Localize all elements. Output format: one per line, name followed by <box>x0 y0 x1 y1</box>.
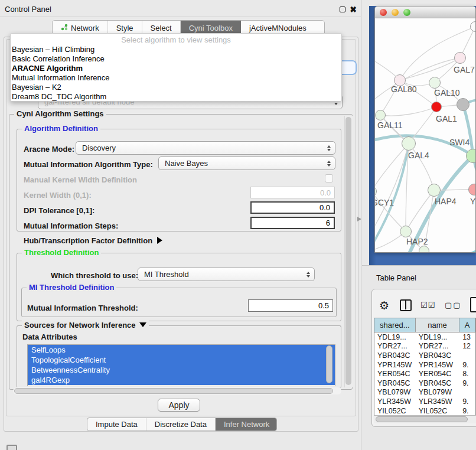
network-canvas[interactable]: GAL7GAL80GAL10GAL1GAL11SWI4GAL4GCY1HAP4Y… <box>375 18 476 253</box>
cell-value: 9. <box>459 406 475 415</box>
gear-icon[interactable]: ⚙ <box>379 299 389 312</box>
table-row[interactable]: YBR045C YBR045C 9. <box>374 379 475 388</box>
which-threshold-combobox[interactable]: MI Threshold <box>138 268 315 281</box>
table-row[interactable]: YDR27... YDR27... 12 <box>374 342 475 351</box>
network-node-label: GCY1 <box>375 198 394 207</box>
cell-value: 8. <box>459 369 475 379</box>
mi-type-combobox[interactable]: Naive Bayes <box>158 156 335 170</box>
control-panel: Control Panel ✖ Network Style <box>0 0 361 450</box>
cell-name: YBL079W <box>416 388 459 397</box>
minimize-window-icon[interactable] <box>392 9 399 16</box>
dpi-tolerance-label: DPI Tolerance [0,1]: <box>24 206 94 215</box>
network-node[interactable] <box>457 98 470 111</box>
close-icon[interactable]: ✖ <box>350 6 357 12</box>
hub-definition-toggle[interactable]: Hub/Transcription Factor Definition <box>24 236 162 245</box>
algorithm-dropdown-item[interactable]: ARACNE Algorithm <box>11 64 341 73</box>
algorithm-dropdown-item[interactable]: Dream8 DC_TDC Algorithm <box>11 92 341 102</box>
new-table-icon[interactable] <box>470 297 476 312</box>
algorithm-dropdown-item[interactable]: Bayesian – Hill Climbing <box>11 45 341 54</box>
network-view-window[interactable]: GAL7GAL80GAL10GAL1GAL11SWI4GAL4GCY1HAP4Y… <box>374 6 476 253</box>
network-node-label: SWI4 <box>449 138 470 147</box>
column-layout-icon[interactable] <box>400 299 412 311</box>
algorithm-definition-title: Algorithm Definition <box>22 124 100 133</box>
cell-name: YBR045C <box>416 379 459 388</box>
sources-group-title[interactable]: Sources for Network Inference <box>22 321 149 330</box>
network-node-label: GAL7 <box>454 65 475 74</box>
kernel-width-label: Kernel Width (0,1): <box>24 191 92 200</box>
column-header-shared-name[interactable]: shared... <box>374 318 416 332</box>
bottom-tab[interactable]: Infer Network <box>216 418 277 431</box>
settings-horizontal-scrollbar-thumb[interactable] <box>14 388 333 394</box>
list-item[interactable]: SelfLoops <box>28 345 335 355</box>
list-item[interactable]: gal4RGexp <box>28 375 335 385</box>
settings-vertical-scrollbar-thumb[interactable] <box>345 117 351 385</box>
tab-label: jActiveMNodules <box>249 24 307 32</box>
table-row[interactable]: YIL052C YIL052C 9. <box>374 406 475 415</box>
network-icon <box>61 24 68 32</box>
manual-kernel-checkbox[interactable] <box>325 174 333 182</box>
bottom-tab[interactable]: Discretize Data <box>146 418 216 431</box>
network-node[interactable] <box>375 110 386 120</box>
column-header-partial[interactable]: A <box>459 318 475 332</box>
cell-value: 12 <box>459 342 475 351</box>
dpi-tolerance-field[interactable]: 0.0 <box>250 201 335 214</box>
table-row[interactable]: YPR145W YPR145W 9. <box>374 360 475 370</box>
algorithm-dropdown-item[interactable]: Bayesian – K2 <box>11 83 341 92</box>
table-row[interactable]: YLR345W YLR345W 9. <box>374 397 475 406</box>
network-node[interactable] <box>402 136 416 151</box>
tab-label: Network <box>71 24 99 32</box>
network-node[interactable] <box>466 149 476 163</box>
collapse-arrow-icon <box>139 322 146 327</box>
cell-name: YDR27... <box>416 342 459 351</box>
network-node-label: HAP2 <box>406 237 428 246</box>
network-node[interactable] <box>375 186 377 197</box>
mi-steps-field[interactable]: 6 <box>250 217 335 229</box>
mouse-cursor <box>357 217 361 221</box>
attribute-name: gal4RGexp <box>31 376 70 384</box>
close-window-icon[interactable] <box>380 9 387 16</box>
network-node[interactable] <box>400 226 412 237</box>
algorithm-name: ARACNE Algorithm <box>12 64 83 73</box>
table-row[interactable]: YBL079W YBL079W <box>374 388 475 397</box>
algorithm-dropdown-item[interactable]: Basic Correlation Inference <box>11 54 341 64</box>
table-row[interactable]: YER054C YER054C 8. <box>374 369 475 379</box>
list-item[interactable]: TopologicalCoefficient <box>28 355 335 365</box>
docked-panel-icon[interactable] <box>6 445 17 450</box>
table-horizontal-scrollbar-thumb[interactable] <box>376 416 468 422</box>
algorithm-name: Bayesian – K2 <box>12 83 61 92</box>
network-nodes: GAL7GAL80GAL10GAL1GAL11SWI4GAL4GCY1HAP4Y… <box>375 18 476 253</box>
table-row[interactable]: YDL19... YDL19... 13 <box>374 332 475 342</box>
algorithm-dropdown-item[interactable]: Mutual Information Inference <box>11 73 341 83</box>
network-node[interactable] <box>470 21 476 32</box>
algorithm-name: Basic Correlation Inference <box>12 54 105 63</box>
network-node[interactable] <box>428 184 441 197</box>
zoom-window-icon[interactable] <box>403 9 410 16</box>
network-node[interactable] <box>431 102 442 112</box>
mi-threshold-field[interactable]: 0.5 <box>248 299 333 312</box>
list-scrollbar[interactable] <box>326 345 332 383</box>
network-node[interactable] <box>468 184 476 195</box>
select-all-columns-icon[interactable]: ☑☑ <box>420 301 435 309</box>
bottom-tab[interactable]: Impute Data <box>87 418 146 431</box>
aracne-mode-combobox[interactable]: Discovery <box>76 141 335 155</box>
kernel-width-field[interactable]: 0.0 <box>250 187 335 198</box>
float-window-icon[interactable] <box>340 6 345 12</box>
list-item[interactable]: BetweennessCentrality <box>28 365 335 375</box>
algorithm-name: Bayesian – Hill Climbing <box>12 45 94 54</box>
network-node[interactable] <box>419 246 429 253</box>
column-header-name[interactable]: name <box>416 318 460 332</box>
combo-arrows-icon <box>307 272 310 278</box>
cell-shared-name: YBR043C <box>374 351 416 360</box>
network-node-label: Y <box>470 197 475 206</box>
network-node[interactable] <box>454 52 466 64</box>
table-row[interactable]: YBR043C YBR043C <box>374 351 475 360</box>
apply-button[interactable]: Apply <box>158 399 200 412</box>
network-node-label: GAL80 <box>391 84 417 94</box>
cell-value: 13 <box>459 332 475 342</box>
cell-name: YDL19... <box>416 332 459 342</box>
attribute-name: BetweennessCentrality <box>31 366 110 374</box>
deselect-all-columns-icon[interactable]: ▢▢ <box>445 301 462 309</box>
network-window-titlebar[interactable] <box>375 6 475 18</box>
network-node-label: HAP4 <box>435 197 457 206</box>
network-node[interactable] <box>429 77 441 89</box>
